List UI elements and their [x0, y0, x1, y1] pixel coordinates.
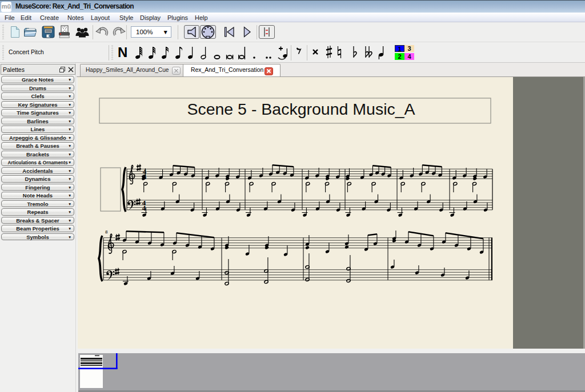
svg-text:4: 4	[142, 204, 146, 212]
svg-text:8: 8	[105, 229, 108, 235]
svg-text:Scene 5 - Background Music_A: Scene 5 - Background Music_A	[187, 100, 415, 118]
